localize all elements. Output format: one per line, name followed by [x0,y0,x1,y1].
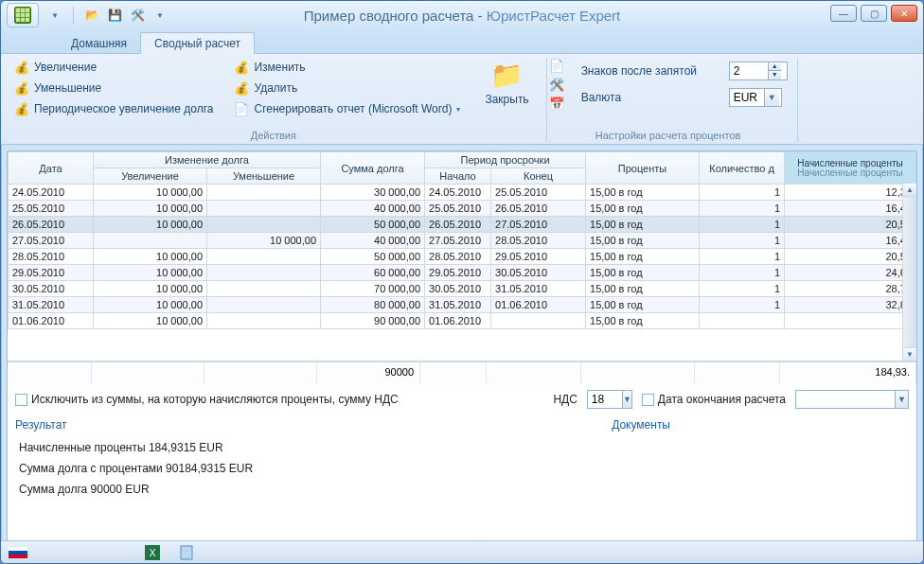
flag-ru-icon[interactable] [9,545,27,560]
cell-sum[interactable]: 40 000,00 [321,233,425,249]
spin-up-icon[interactable]: ▲ [768,62,781,71]
table-row[interactable]: 29.05.201010 000,0060 000,0029.05.201030… [9,265,916,281]
cell-cnt[interactable]: 1 [700,185,785,201]
cell-cnt[interactable]: 1 [700,233,785,249]
cell-end[interactable]: 31.05.2010 [491,281,586,297]
cell-sum[interactable]: 90 000,00 [321,313,425,329]
cell-sum[interactable]: 50 000,00 [321,217,425,233]
cell-acc[interactable]: 16,44 [785,201,916,217]
col-decrease[interactable]: Уменьшение [207,168,321,185]
save-icon[interactable]: 💾 [106,7,123,24]
cell-inc[interactable]: 10 000,00 [94,185,207,201]
cell-end[interactable]: 01.06.2010 [491,297,586,313]
cell-acc[interactable]: 12,33 [785,185,916,201]
cell-end[interactable]: 25.05.2010 [491,185,586,201]
cell-acc[interactable] [785,313,916,329]
cell-acc[interactable]: 20,55 [785,249,916,265]
cell-inc[interactable]: 10 000,00 [94,249,207,265]
table-row[interactable]: 26.05.201010 000,0050 000,0026.05.201027… [9,217,916,233]
cell-inc[interactable]: 10 000,00 [94,265,207,281]
cell-cnt[interactable]: 1 [700,297,785,313]
open-folder-icon[interactable]: 📂 [83,7,100,24]
cell-date[interactable]: 28.05.2010 [9,249,94,265]
cell-acc[interactable]: 28,77 [785,281,916,297]
vertical-scrollbar[interactable]: ▲ ▼ [902,184,916,361]
cell-end[interactable]: 29.05.2010 [491,249,586,265]
app-menu-button[interactable] [7,3,39,27]
cell-pct[interactable]: 15,00 в год [586,249,700,265]
increase-button[interactable]: 💰 Увеличение [10,58,217,77]
minimize-button[interactable]: — [830,5,857,22]
cell-start[interactable]: 29.05.2010 [425,265,491,281]
cell-inc[interactable]: 10 000,00 [94,297,207,313]
col-accrued[interactable]: Начисленные проценты Начисленные процент… [785,152,916,185]
dropdown-arrow-icon[interactable]: ▼ [764,89,779,106]
result-link[interactable]: Результат [15,418,67,432]
cell-date[interactable]: 25.05.2010 [9,201,94,217]
tools-icon[interactable]: 🛠️ [129,7,146,24]
table-row[interactable]: 30.05.201010 000,0070 000,0030.05.201031… [9,281,916,297]
cell-date[interactable]: 01.06.2010 [9,313,94,329]
cell-start[interactable]: 30.05.2010 [425,281,491,297]
cell-start[interactable]: 01.06.2010 [425,313,491,329]
cell-date[interactable]: 30.05.2010 [9,281,94,297]
cell-end[interactable] [491,313,586,329]
settings-page-icon[interactable]: 📄 [549,58,564,73]
spin-down-icon[interactable]: ▼ [768,71,781,79]
col-start[interactable]: Начало [425,168,491,185]
cell-start[interactable]: 31.05.2010 [425,297,491,313]
cell-pct[interactable]: 15,00 в год [586,233,700,249]
cell-dec[interactable] [207,313,321,329]
tab-summary[interactable]: Сводный расчет [140,32,255,54]
excel-icon[interactable]: X [143,545,162,560]
table-row[interactable]: 28.05.201010 000,0050 000,0028.05.201029… [9,249,916,265]
scroll-down-icon[interactable]: ▼ [903,347,916,361]
end-date-checkbox[interactable]: Дата окончания расчета [642,393,786,406]
cell-cnt[interactable]: 1 [700,265,785,281]
table-row[interactable]: 01.06.201010 000,0090 000,0001.06.201015… [9,313,916,329]
maximize-button[interactable]: ▢ [861,5,887,22]
cell-sum[interactable]: 60 000,00 [321,265,425,281]
col-increase[interactable]: Увеличение [94,168,207,185]
col-end[interactable]: Конец [491,168,586,185]
cell-date[interactable]: 29.05.2010 [9,265,94,281]
cell-dec[interactable] [207,265,321,281]
cell-acc[interactable]: 20,55 [785,217,916,233]
cell-cnt[interactable]: 1 [700,201,785,217]
scroll-up-icon[interactable]: ▲ [903,184,916,197]
cell-inc[interactable]: 10 000,00 [94,217,207,233]
exclude-vat-checkbox[interactable]: Исключить из суммы, на которую начисляют… [15,393,399,406]
cell-cnt[interactable]: 1 [700,249,785,265]
cell-end[interactable]: 26.05.2010 [491,201,586,217]
col-sum[interactable]: Сумма долга [321,152,425,185]
close-doc-button[interactable]: 📁 Закрыть [477,58,536,129]
cell-pct[interactable]: 15,00 в год [586,201,700,217]
cell-pct[interactable]: 15,00 в год [586,265,700,281]
cell-start[interactable]: 25.05.2010 [425,201,491,217]
dropdown-arrow-icon[interactable]: ▼ [622,391,631,408]
cell-dec[interactable] [207,281,321,297]
cell-start[interactable]: 28.05.2010 [425,249,491,265]
cell-sum[interactable]: 40 000,00 [321,201,425,217]
cell-date[interactable]: 24.05.2010 [9,185,94,201]
cell-sum[interactable]: 50 000,00 [321,249,425,265]
decimals-input[interactable]: ▲▼ [729,62,788,80]
cell-inc[interactable]: 10 000,00 [94,201,207,217]
cell-inc[interactable]: 10 000,00 [94,313,207,329]
cell-cnt[interactable]: 1 [700,281,785,297]
col-period-group[interactable]: Период просрочки [425,152,586,168]
table-row[interactable]: 24.05.201010 000,0030 000,0024.05.201025… [9,185,916,201]
cell-inc[interactable]: 10 000,00 [94,281,207,297]
periodic-increase-button[interactable]: 💰 Периодическое увеличение долга [10,99,217,118]
cell-dec[interactable] [207,297,321,313]
vat-select[interactable]: ▼ [587,390,632,409]
col-percent[interactable]: Проценты [586,152,700,185]
cell-pct[interactable]: 15,00 в год [586,217,700,233]
cell-date[interactable]: 27.05.2010 [9,233,94,249]
dropdown-arrow-icon[interactable]: ▼ [895,391,908,408]
cell-end[interactable]: 27.05.2010 [491,217,586,233]
cell-start[interactable]: 24.05.2010 [425,185,491,201]
generate-report-button[interactable]: 📄 Сгенерировать отчет (Microsoft Word) ▾ [230,99,464,118]
close-button[interactable]: ✕ [891,5,917,22]
cell-inc[interactable] [94,233,207,249]
